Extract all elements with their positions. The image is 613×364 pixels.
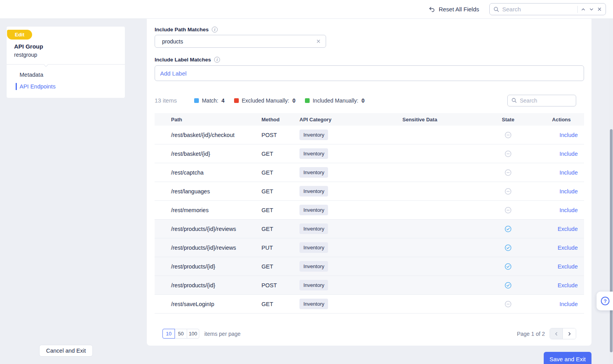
table-row: /rest/saveLoginIp GET Inventory Include xyxy=(155,295,584,314)
table-row: /rest/products/{id}/reviews GET Inventor… xyxy=(155,220,584,238)
cell-method: GET xyxy=(261,169,299,176)
page-size-10[interactable]: 10 xyxy=(162,329,175,339)
legend-excluded-manually: Excluded Manually: 0 xyxy=(234,97,296,104)
include-label-matches-label-row: Include Label Matches i xyxy=(155,57,584,63)
page-size-100[interactable]: 100 xyxy=(187,329,199,339)
top-bar: Reset All Fields xyxy=(0,0,613,19)
legend-excluded-label: Excluded Manually: xyxy=(242,97,289,104)
minus-circle-icon xyxy=(504,190,512,196)
global-search-box xyxy=(489,3,606,15)
minus-circle-icon xyxy=(504,153,512,159)
path-matches-input[interactable] xyxy=(162,38,316,45)
row-action-link[interactable]: Exclude xyxy=(557,282,578,288)
info-icon[interactable]: i xyxy=(214,57,220,63)
sidebar-divider xyxy=(7,64,125,65)
cell-method: PUT xyxy=(261,245,299,251)
page-nav: Page 1 of 2 xyxy=(517,328,576,339)
legend-match-label: Match: xyxy=(202,97,218,104)
include-path-matches-label: Include Path Matches xyxy=(155,27,209,32)
state-legend: Match: 4 Excluded Manually: 0 Included M… xyxy=(194,97,365,104)
chevron-down-icon[interactable] xyxy=(589,7,594,12)
chevron-right-icon xyxy=(567,331,572,337)
excluded-color-swatch xyxy=(234,98,239,103)
info-icon[interactable]: i xyxy=(212,27,218,32)
entity-type-label: API Group xyxy=(14,43,43,50)
pagination-bar: 10 50 100 items per page Page 1 of 2 xyxy=(155,328,584,339)
items-count: 13 items xyxy=(155,97,177,104)
reset-all-fields-button[interactable]: Reset All Fields xyxy=(429,6,479,13)
cell-method: GET xyxy=(261,226,299,232)
previous-page-button[interactable] xyxy=(550,328,563,339)
check-circle-icon xyxy=(504,247,512,253)
legend-included-label: Included Manually: xyxy=(313,97,359,104)
row-action-link[interactable]: Include xyxy=(559,151,578,157)
close-icon[interactable] xyxy=(597,7,602,12)
page-size-group: 10 50 100 xyxy=(162,329,199,339)
cell-path: /rest/products/{id}/reviews xyxy=(171,245,261,251)
table-toolbar: 13 items Match: 4 Excluded Manually: 0 I… xyxy=(155,94,584,106)
category-badge: Inventory xyxy=(299,130,328,140)
cell-path: /rest/products/{id}/reviews xyxy=(171,226,261,232)
sidebar-item-api-endpoints[interactable]: API Endpoints xyxy=(7,81,125,92)
items-per-page-label: items per page xyxy=(204,331,241,337)
category-badge: Inventory xyxy=(299,280,328,290)
table-row: /rest/memories GET Inventory Include xyxy=(155,201,584,220)
add-label-input[interactable] xyxy=(160,70,579,77)
edit-badge: Edit xyxy=(7,30,32,40)
sidebar-nav: Metadata API Endpoints xyxy=(7,69,125,92)
page: Reset All Fields Edit API Group restg xyxy=(0,0,613,364)
legend-included-value: 0 xyxy=(361,97,364,104)
help-button[interactable]: ? xyxy=(597,292,613,310)
row-action-link[interactable]: Include xyxy=(559,132,578,138)
category-badge: Inventory xyxy=(299,205,328,215)
row-action-link[interactable]: Include xyxy=(559,207,578,213)
row-action-link[interactable]: Include xyxy=(559,169,578,176)
cell-path: /rest/saveLoginIp xyxy=(171,301,261,307)
chevron-up-icon[interactable] xyxy=(581,7,586,12)
row-action-link[interactable]: Include xyxy=(559,188,578,195)
cell-path: /rest/languages xyxy=(171,188,261,195)
cell-path: /rest/basket/{id}/checkout xyxy=(171,132,261,138)
row-action-link[interactable]: Exclude xyxy=(557,263,578,270)
path-matches-field xyxy=(155,35,326,48)
cell-method: GET xyxy=(261,301,299,307)
cancel-and-exit-button[interactable]: Cancel and Exit xyxy=(39,345,93,357)
undo-icon xyxy=(429,6,435,13)
cell-method: GET xyxy=(261,207,299,213)
scrollbar-thumb[interactable] xyxy=(610,129,613,352)
main-panel: Include Path Matches i Include Label Mat… xyxy=(147,19,591,346)
table-search-box xyxy=(507,95,576,106)
table-body: /rest/basket/{id}/checkout POST Inventor… xyxy=(155,126,584,314)
save-and-exit-button[interactable]: Save and Exit xyxy=(544,352,591,364)
sidebar-divider-notch xyxy=(43,62,49,67)
table-header: Path Method API Category Sensitive Data … xyxy=(155,113,584,126)
cell-path: /rest/basket/{id} xyxy=(171,151,261,157)
column-header-path: Path xyxy=(171,117,261,123)
minus-circle-icon xyxy=(504,171,512,178)
category-badge: Inventory xyxy=(299,167,328,178)
sidebar-item-label: API Endpoints xyxy=(20,83,56,90)
chevron-left-icon xyxy=(554,331,559,337)
row-action-link[interactable]: Include xyxy=(559,301,578,307)
legend-excluded-value: 0 xyxy=(292,97,296,104)
sidebar-item-metadata[interactable]: Metadata xyxy=(7,69,125,81)
table-row: /rest/basket/{id}/checkout POST Inventor… xyxy=(155,126,584,144)
page-size-50[interactable]: 50 xyxy=(175,329,187,339)
check-circle-icon xyxy=(504,265,512,272)
category-badge: Inventory xyxy=(299,223,328,234)
question-circle-icon: ? xyxy=(601,297,609,305)
table-search-input[interactable] xyxy=(520,97,572,104)
row-action-link[interactable]: Exclude xyxy=(557,245,578,251)
clear-path-match-icon[interactable] xyxy=(316,39,321,44)
cancel-and-exit-label: Cancel and Exit xyxy=(46,348,86,354)
table-row: /rest/products/{id} GET Inventory Exclud… xyxy=(155,257,584,276)
legend-included-manually: Included Manually: 0 xyxy=(305,97,365,104)
minus-circle-icon xyxy=(504,209,512,215)
column-header-state: State xyxy=(500,117,516,123)
next-page-button[interactable] xyxy=(563,328,576,339)
global-search-input[interactable] xyxy=(502,6,575,13)
cell-method: POST xyxy=(261,282,299,288)
search-icon xyxy=(511,97,517,103)
category-badge: Inventory xyxy=(299,299,328,309)
row-action-link[interactable]: Exclude xyxy=(557,226,578,232)
